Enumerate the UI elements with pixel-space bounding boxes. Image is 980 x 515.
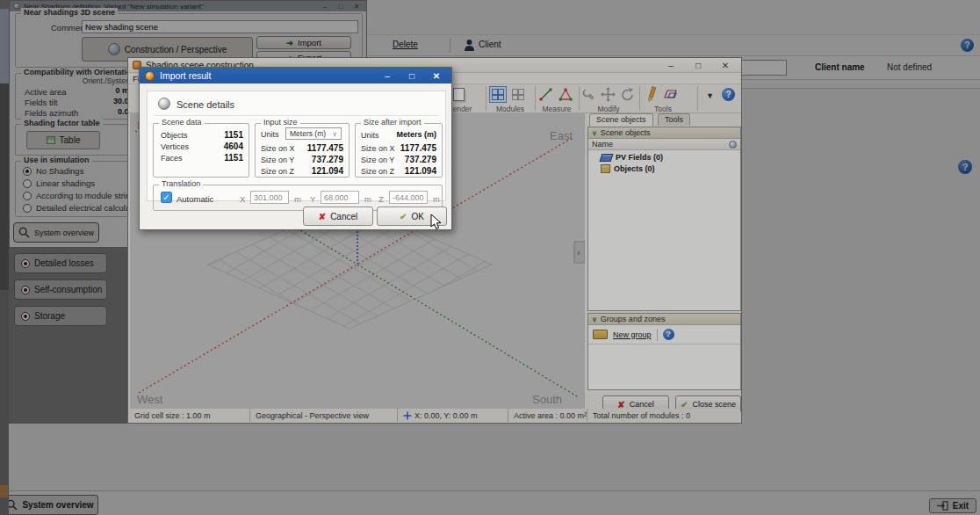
header-divider	[155, 115, 438, 116]
ok-icon	[400, 212, 407, 221]
translation-x-input[interactable]	[250, 191, 289, 204]
units-select[interactable]: Meters (m)	[285, 127, 342, 140]
minimize-button[interactable]: –	[378, 71, 397, 81]
dialog-title: Import result	[160, 70, 211, 81]
dialog-icon	[145, 71, 155, 81]
input-size-group: Input size Units Meters (m) Size on X 11…	[255, 123, 349, 178]
mouse-cursor	[430, 214, 443, 230]
translation-z-input[interactable]	[389, 191, 428, 204]
import-result-dialog: Import result – □ ✕ Scene details Scene …	[139, 67, 452, 230]
scene-data-group: Scene data Objects 1151 Vertices 4604 Fa…	[153, 123, 249, 178]
close-button[interactable]: ✕	[427, 71, 446, 81]
scene-details-header: Scene details	[177, 99, 234, 110]
cancel-icon	[319, 212, 326, 221]
maximize-button[interactable]: □	[402, 71, 422, 81]
translation-y-input[interactable]	[321, 191, 359, 204]
size-after-import-group: Size after import Units Meters (m) Size …	[355, 123, 443, 178]
screen: Delete Client Client name Not defined De…	[0, 0, 980, 515]
dialog-cancel-button[interactable]: Cancel	[303, 207, 373, 226]
scene-details-icon	[158, 98, 170, 110]
dialog-content-panel: Scene details Scene data Objects 1151 Ve…	[147, 91, 446, 201]
automatic-checkbox[interactable]	[161, 192, 172, 203]
dialog-titlebar[interactable]: Import result – □ ✕	[140, 68, 451, 83]
